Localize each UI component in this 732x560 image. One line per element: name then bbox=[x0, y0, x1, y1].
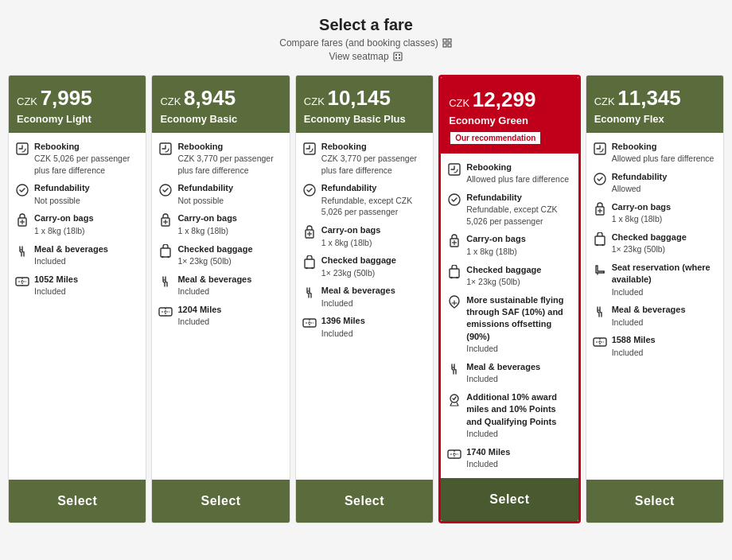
feature-detail: 1 x 8kg (18lb) bbox=[321, 237, 381, 249]
refundability-icon bbox=[447, 192, 461, 207]
select-button-economy-flex[interactable]: Select bbox=[586, 480, 723, 523]
feature-detail: CZK 3,770 per passenger plus fare differ… bbox=[177, 153, 282, 176]
feature-detail: Included bbox=[177, 316, 221, 328]
feature-title: Checked baggage bbox=[177, 243, 252, 255]
fare-currency: CZK bbox=[160, 95, 184, 107]
rebooking-icon bbox=[593, 142, 607, 156]
meal-icon bbox=[15, 244, 29, 259]
select-button-economy-light[interactable]: Select bbox=[9, 480, 146, 523]
compare-icon bbox=[442, 37, 453, 49]
feature-title: Meal & beverages bbox=[321, 285, 395, 297]
feature-detail: 1× 23kg (50lb) bbox=[612, 243, 687, 255]
svg-point-54 bbox=[602, 244, 603, 246]
feature-text: RebookingAllowed plus fare difference bbox=[466, 161, 569, 185]
fare-price: 10,145 bbox=[327, 86, 391, 110]
rebooking-icon bbox=[447, 162, 461, 177]
feature-detail: Included bbox=[612, 317, 686, 329]
feature-text: Checked baggage1× 23kg (50lb) bbox=[321, 255, 396, 278]
feature-text: Carry-on bags1 x 8kg (18lb) bbox=[466, 233, 526, 257]
feature-text: RebookingCZK 3,770 per passenger plus fa… bbox=[177, 141, 282, 177]
feature-detail: Included bbox=[466, 343, 571, 355]
feature-detail: CZK 3,770 per passenger plus fare differ… bbox=[321, 153, 426, 176]
feature-text: RefundabilityRefundable, except CZK 5,02… bbox=[321, 182, 426, 218]
fare-card-economy-basic-plus: CZK 10,145Economy Basic PlusRebookingCZK… bbox=[295, 75, 434, 523]
fare-price: 7,995 bbox=[41, 86, 92, 110]
feature-text: Carry-on bags1 x 8kg (18lb) bbox=[612, 201, 672, 225]
svg-rect-21 bbox=[161, 248, 170, 257]
carry-on-icon bbox=[15, 213, 29, 228]
svg-point-48 bbox=[594, 173, 605, 185]
select-button-economy-basic-plus[interactable]: Select bbox=[296, 480, 433, 523]
feature-item: Seat reservation (where available)Includ… bbox=[593, 262, 717, 298]
feature-item: Checked baggage1× 23kg (50lb) bbox=[593, 231, 717, 255]
feature-title: Rebooking bbox=[321, 141, 426, 153]
baggage-icon bbox=[302, 255, 317, 270]
feature-item: Meal & beveragesIncluded bbox=[158, 274, 282, 298]
feature-detail: Not possible bbox=[177, 195, 233, 207]
svg-point-22 bbox=[162, 255, 164, 257]
feature-title: Meal & beverages bbox=[466, 361, 540, 373]
feature-text: Meal & beveragesIncluded bbox=[612, 304, 686, 328]
feature-item: Carry-on bags1 x 8kg (18lb) bbox=[447, 233, 571, 257]
feature-detail: Included bbox=[466, 373, 540, 385]
feature-detail: Included bbox=[466, 458, 510, 470]
fare-currency: CZK bbox=[304, 95, 328, 107]
feature-text: RefundabilityNot possible bbox=[177, 182, 233, 206]
feature-detail: Included bbox=[177, 286, 251, 298]
fare-price: 11,345 bbox=[617, 86, 681, 110]
feature-text: Carry-on bags1 x 8kg (18lb) bbox=[177, 212, 237, 236]
fare-features: RebookingCZK 3,770 per passenger plus fa… bbox=[152, 133, 289, 480]
baggage-icon bbox=[447, 265, 461, 279]
select-button-economy-basic[interactable]: Select bbox=[152, 480, 289, 523]
fare-features: RebookingAllowed plus fare differenceRef… bbox=[441, 154, 578, 478]
feature-title: Additional 10% award miles and 10% Point… bbox=[466, 391, 571, 428]
feature-title: Refundability bbox=[466, 192, 571, 204]
meal-icon bbox=[447, 362, 461, 376]
feature-title: Checked baggage bbox=[466, 264, 541, 276]
svg-rect-4 bbox=[394, 52, 402, 60]
refundability-icon bbox=[593, 172, 607, 186]
feature-title: Refundability bbox=[612, 171, 668, 183]
fare-features: RebookingCZK 3,770 per passenger plus fa… bbox=[296, 133, 433, 480]
feature-title: Refundability bbox=[177, 182, 233, 194]
miles-icon bbox=[158, 305, 173, 319]
feature-item: Checked baggage1× 23kg (50lb) bbox=[302, 255, 426, 278]
seat-icon bbox=[593, 262, 607, 277]
feature-text: Meal & beveragesIncluded bbox=[177, 274, 251, 298]
feature-detail: Included bbox=[34, 255, 108, 267]
award-icon bbox=[447, 392, 461, 406]
feature-detail: 1 x 8kg (18lb) bbox=[34, 225, 94, 237]
baggage-icon bbox=[593, 232, 607, 247]
svg-point-27 bbox=[304, 185, 315, 196]
feature-detail: Allowed bbox=[612, 183, 668, 195]
feature-item: Carry-on bags1 x 8kg (18lb) bbox=[158, 212, 282, 236]
meal-icon bbox=[593, 305, 607, 319]
carry-on-icon bbox=[158, 213, 173, 228]
miles-icon bbox=[447, 447, 461, 461]
fare-header-economy-basic: CZK 8,945Economy Basic bbox=[152, 76, 289, 133]
fare-card-economy-basic: CZK 8,945Economy BasicRebookingCZK 3,770… bbox=[151, 75, 290, 523]
feature-item: RefundabilityNot possible bbox=[15, 182, 139, 206]
page-title: Select a fare bbox=[279, 16, 452, 34]
page-header: Select a fare Compare fares (and booking… bbox=[279, 16, 452, 62]
feature-title: Rebooking bbox=[612, 141, 714, 153]
seatmap-link[interactable]: View seatmap bbox=[279, 51, 452, 62]
feature-text: Additional 10% award miles and 10% Point… bbox=[466, 391, 571, 440]
eco-icon bbox=[447, 295, 461, 309]
feature-text: Meal & beveragesIncluded bbox=[321, 285, 395, 309]
feature-title: 1588 Miles bbox=[612, 334, 656, 346]
svg-rect-0 bbox=[443, 39, 446, 42]
rebooking-icon bbox=[15, 142, 29, 156]
fare-name: Economy Flex bbox=[594, 113, 715, 125]
feature-item: RebookingCZK 5,026 per passenger plus fa… bbox=[15, 141, 139, 177]
svg-rect-41 bbox=[450, 269, 459, 278]
svg-point-32 bbox=[306, 267, 307, 269]
feature-item: 1740 MilesIncluded bbox=[447, 446, 571, 470]
feature-item: Carry-on bags1 x 8kg (18lb) bbox=[15, 212, 139, 236]
select-button-economy-green[interactable]: Select bbox=[441, 478, 578, 521]
feature-title: Carry-on bags bbox=[34, 212, 94, 224]
feature-title: Rebooking bbox=[466, 161, 569, 173]
fare-header-economy-green: CZK 12,299Economy GreenOur recommendatio… bbox=[441, 77, 578, 154]
feature-title: Refundability bbox=[321, 182, 426, 194]
feature-title: Checked baggage bbox=[321, 255, 396, 266]
